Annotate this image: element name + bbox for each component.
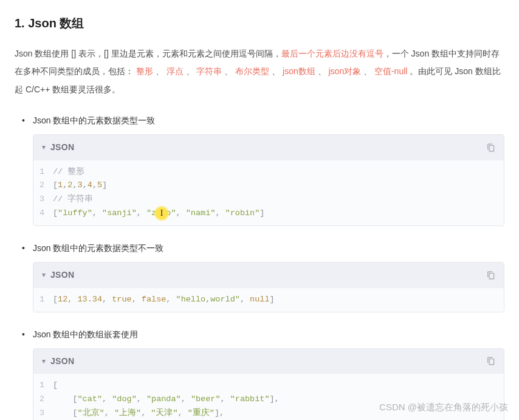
item-text: Json 数组中的元素数据类型不一致 <box>33 241 504 256</box>
code-block: ▾ JSON 1[12, 13.34, true, false, "hello,… <box>33 262 504 312</box>
type-bool: 布尔类型 <box>235 66 269 76</box>
type-int: 整形 <box>136 66 153 76</box>
type-float: 浮点 <box>167 66 184 76</box>
type-jsonarray: json数组 <box>283 66 315 76</box>
intro-highlight-last: 最后一个元素后边没有逗号 <box>281 49 383 58</box>
code-block: ▾ JSON 1[ 2 ["cat", "dog", "panda", "bee… <box>33 348 504 420</box>
code-lang-label: JSON <box>50 354 74 369</box>
intro-paragraph: Json 数组使用 [] 表示，[] 里边是元素，元素和元素之间使用逗号间隔，最… <box>15 45 504 98</box>
list-item: Json 数组中的元素数据类型一致 ▾ JSON 1// 整形 2[1,2,3,… <box>33 113 504 226</box>
list-item: Json 数组中的元素数据类型不一致 ▾ JSON 1[12, 13.34, t… <box>33 241 504 312</box>
item-text: Json 数组中的数组嵌套使用 <box>33 327 504 342</box>
type-string: 字符串 <box>196 66 222 76</box>
code-header: ▾ JSON <box>33 263 504 287</box>
type-jsonobject: json对象 <box>328 66 361 76</box>
code-lang-label: JSON <box>50 140 74 155</box>
item-text: Json 数组中的元素数据类型一致 <box>33 113 504 128</box>
chevron-down-icon[interactable]: ▾ <box>42 355 46 368</box>
code-block: ▾ JSON 1// 整形 2[1,2,3,4,5] 3// 字符串 4["lu… <box>33 134 504 226</box>
copy-icon[interactable] <box>487 143 495 152</box>
code-body: 1// 整形 2[1,2,3,4,5] 3// 字符串 4["luffy", "… <box>33 160 504 226</box>
chevron-down-icon[interactable]: ▾ <box>42 269 46 282</box>
copy-icon[interactable] <box>487 271 495 280</box>
code-header: ▾ JSON <box>33 349 504 374</box>
code-body: 1[ 2 ["cat", "dog", "panda", "beer", "ra… <box>33 374 504 420</box>
list-item: Json 数组中的数组嵌套使用 ▾ JSON 1[ 2 ["cat", "dog… <box>33 327 504 420</box>
code-lang-label: JSON <box>50 267 74 283</box>
code-header: ▾ JSON <box>33 135 504 160</box>
chevron-down-icon[interactable]: ▾ <box>42 141 46 154</box>
type-null: 空值-null <box>374 66 407 76</box>
intro-text: Json 数组使用 [] 表示，[] 里边是元素，元素和元素之间使用逗号间隔， <box>15 49 281 58</box>
copy-icon[interactable] <box>487 357 495 365</box>
page-heading: 1. Json 数组 <box>15 12 504 34</box>
code-body: 1[12, 13.34, true, false, "hello,world",… <box>33 288 504 312</box>
